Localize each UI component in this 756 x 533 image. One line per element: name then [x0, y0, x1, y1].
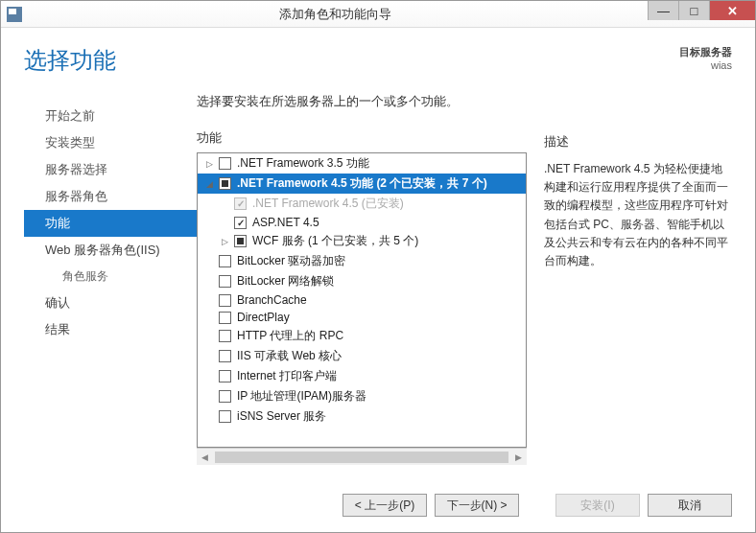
feature-checkbox[interactable] [219, 177, 231, 190]
feature-label: Internet 打印客户端 [237, 368, 337, 384]
feature-label: WCF 服务 (1 个已安装，共 5 个) [252, 233, 418, 249]
feature-checkbox[interactable] [219, 312, 231, 324]
feature-checkbox[interactable] [219, 157, 231, 170]
sidebar-item-server-roles[interactable]: 服务器角色 [24, 183, 197, 210]
tree-row[interactable]: ▷WCF 服务 (1 个已安装，共 5 个) [198, 231, 526, 251]
tree-row[interactable]: BitLocker 驱动器加密 [198, 251, 526, 271]
page-heading: 选择功能 [24, 45, 679, 76]
main-panel: 选择要安装在所选服务器上的一个或多个功能。 功能 ▷.NET Framework… [197, 93, 732, 480]
feature-label: .NET Framework 4.5 功能 (2 个已安装，共 7 个) [237, 175, 487, 192]
expand-toggle-icon[interactable]: ▷ [203, 158, 215, 170]
tree-row[interactable]: HTTP 代理上的 RPC [198, 326, 526, 346]
close-button[interactable]: ✕ [709, 1, 755, 20]
feature-label: DirectPlay [237, 311, 290, 324]
tree-row[interactable]: .NET Framework 4.5 (已安装) [198, 194, 526, 214]
target-name: wias [679, 59, 732, 71]
expand-spacer [203, 351, 215, 362]
tree-row[interactable]: IIS 可承载 Web 核心 [198, 346, 526, 366]
body-area: 开始之前 安装类型 服务器选择 服务器角色 功能 Web 服务器角色(IIS) … [1, 76, 755, 480]
tree-row[interactable]: ASP.NET 4.5 [198, 214, 526, 231]
tree-row[interactable]: iSNS Server 服务 [198, 406, 526, 427]
sidebar-item-server-select[interactable]: 服务器选择 [24, 156, 197, 183]
feature-label: IP 地址管理(IPAM)服务器 [237, 388, 366, 405]
header-row: 选择功能 目标服务器 wias [1, 28, 755, 76]
feature-checkbox[interactable] [219, 350, 231, 362]
expand-spacer [203, 256, 215, 267]
expand-toggle-icon[interactable]: ▷ [219, 236, 230, 247]
expand-spacer [203, 294, 215, 306]
features-label: 功能 [197, 129, 527, 147]
wizard-window: 添加角色和功能向导 — □ ✕ 选择功能 目标服务器 wias 开始之前 安装类… [0, 0, 756, 533]
tree-row[interactable]: BranchCache [198, 291, 526, 309]
feature-label: BitLocker 驱动器加密 [237, 253, 345, 269]
features-tree[interactable]: ▷.NET Framework 3.5 功能◢.NET Framework 4.… [197, 152, 527, 448]
feature-checkbox[interactable] [219, 330, 231, 342]
horizontal-scrollbar[interactable]: ◀ ▶ [197, 448, 527, 465]
description-text: .NET Framework 4.5 为轻松便捷地构建和运行应用程序提供了全面而… [544, 160, 732, 270]
feature-label: .NET Framework 3.5 功能 [237, 155, 369, 172]
tree-row[interactable]: Internet 打印客户端 [198, 366, 526, 386]
feature-label: IIS 可承载 Web 核心 [237, 348, 342, 364]
feature-label: ASP.NET 4.5 [252, 216, 319, 229]
feature-checkbox[interactable] [219, 294, 231, 307]
target-info: 目标服务器 wias [679, 45, 732, 76]
hscroll-thumb[interactable] [215, 452, 508, 463]
tree-row[interactable]: DirectPlay [198, 309, 526, 326]
feature-label: iSNS Server 服务 [237, 408, 326, 425]
features-column: 选择要安装在所选服务器上的一个或多个功能。 功能 ▷.NET Framework… [197, 93, 544, 480]
minimize-button[interactable]: — [648, 1, 678, 20]
hscroll-right-arrow[interactable]: ▶ [510, 449, 527, 465]
tree-row[interactable]: BitLocker 网络解锁 [198, 271, 526, 291]
feature-checkbox[interactable] [234, 217, 247, 229]
app-icon [7, 7, 22, 22]
expand-spacer [219, 217, 230, 228]
feature-label: BranchCache [237, 293, 307, 307]
maximize-button[interactable]: □ [678, 1, 709, 20]
content-area: 选择功能 目标服务器 wias 开始之前 安装类型 服务器选择 服务器角色 功能… [1, 28, 755, 532]
feature-checkbox[interactable] [219, 275, 231, 288]
install-button: 安装(I) [555, 494, 640, 517]
expand-spacer [203, 312, 215, 323]
tree-row[interactable]: ▷.NET Framework 3.5 功能 [198, 153, 526, 174]
expand-spacer [203, 276, 215, 288]
expand-spacer [203, 371, 215, 382]
sidebar-item-before-begin[interactable]: 开始之前 [24, 103, 197, 129]
feature-label: HTTP 代理上的 RPC [237, 328, 343, 344]
hscroll-left-arrow[interactable]: ◀ [197, 449, 213, 465]
next-button[interactable]: 下一步(N) > [435, 494, 519, 517]
window-title: 添加角色和功能向导 [22, 6, 648, 23]
feature-label: BitLocker 网络解锁 [237, 273, 334, 290]
tree-row[interactable]: IP 地址管理(IPAM)服务器 [198, 386, 526, 406]
expand-spacer [203, 331, 215, 342]
sidebar-item-confirm[interactable]: 确认 [24, 290, 197, 316]
sidebar-nav: 开始之前 安装类型 服务器选择 服务器角色 功能 Web 服务器角色(IIS) … [24, 93, 197, 480]
sidebar-item-results[interactable]: 结果 [24, 316, 197, 343]
description-column: 描述 .NET Framework 4.5 为轻松便捷地构建和运行应用程序提供了… [544, 93, 732, 480]
previous-button[interactable]: < 上一步(P) [343, 494, 427, 517]
feature-checkbox[interactable] [219, 410, 231, 423]
expand-toggle-icon[interactable]: ◢ [203, 178, 215, 190]
sidebar-item-install-type[interactable]: 安装类型 [24, 129, 197, 156]
feature-label: .NET Framework 4.5 (已安装) [252, 196, 404, 212]
sidebar-item-role-services[interactable]: 角色服务 [24, 264, 197, 290]
description-label: 描述 [544, 133, 732, 151]
expand-spacer [203, 411, 215, 423]
instruction-text: 选择要安装在所选服务器上的一个或多个功能。 [197, 93, 527, 110]
feature-checkbox[interactable] [219, 370, 231, 382]
feature-checkbox[interactable] [234, 235, 247, 247]
expand-spacer [203, 391, 215, 403]
footer-buttons: < 上一步(P) 下一步(N) > 安装(I) 取消 [1, 480, 755, 532]
cancel-button[interactable]: 取消 [648, 494, 732, 517]
feature-checkbox [234, 197, 247, 210]
titlebar: 添加角色和功能向导 — □ ✕ [1, 1, 755, 28]
expand-spacer [219, 198, 230, 210]
sidebar-item-features[interactable]: 功能 [24, 210, 197, 237]
feature-checkbox[interactable] [219, 255, 231, 267]
target-label: 目标服务器 [679, 45, 732, 59]
sidebar-item-web-iis[interactable]: Web 服务器角色(IIS) [24, 237, 197, 264]
window-controls: — □ ✕ [648, 1, 755, 27]
tree-row[interactable]: ◢.NET Framework 4.5 功能 (2 个已安装，共 7 个) [198, 174, 526, 194]
feature-checkbox[interactable] [219, 390, 231, 403]
